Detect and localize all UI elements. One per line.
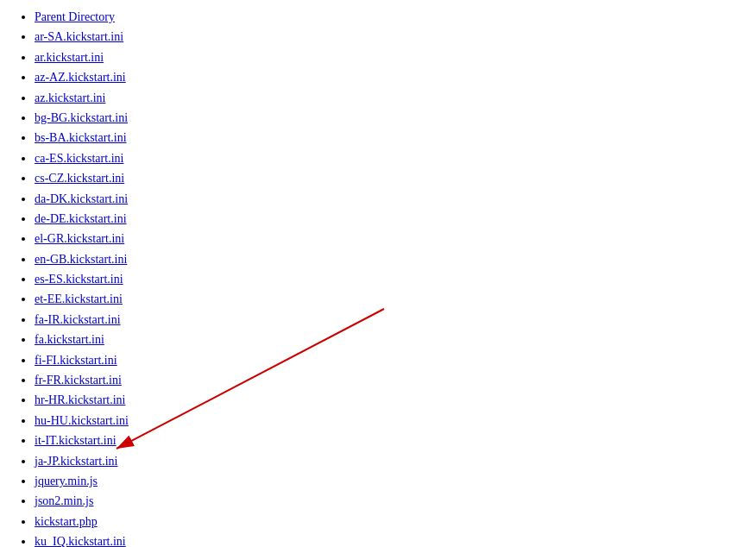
file-link[interactable]: ar-SA.kickstart.ini <box>35 30 123 43</box>
list-item: fa-IR.kickstart.ini <box>35 311 742 330</box>
file-link[interactable]: json2.min.js <box>35 494 93 507</box>
file-link[interactable]: az.kickstart.ini <box>35 91 105 104</box>
file-link[interactable]: fa.kickstart.ini <box>35 333 104 346</box>
file-link[interactable]: es-ES.kickstart.ini <box>35 273 123 286</box>
file-link[interactable]: fa-IR.kickstart.ini <box>35 313 121 326</box>
file-link[interactable]: az-AZ.kickstart.ini <box>35 71 126 84</box>
list-item: jquery.min.js <box>35 472 742 491</box>
list-item: de-DE.kickstart.ini <box>35 210 742 229</box>
file-link[interactable]: fi-FI.kickstart.ini <box>35 354 117 367</box>
parent-directory-link[interactable]: Parent Directory <box>35 10 115 23</box>
list-item: ku_IQ.kickstart.ini <box>35 532 742 547</box>
file-link[interactable]: et-EE.kickstart.ini <box>35 292 123 305</box>
file-link[interactable]: bs-BA.kickstart.ini <box>35 131 127 144</box>
list-item: hu-HU.kickstart.ini <box>35 412 742 431</box>
file-link[interactable]: hu-HU.kickstart.ini <box>35 414 129 427</box>
list-item: fr-FR.kickstart.ini <box>35 371 742 390</box>
list-item: json2.min.js <box>35 492 742 511</box>
list-item: fi-FI.kickstart.ini <box>35 351 742 370</box>
list-item: ja-JP.kickstart.ini <box>35 452 742 471</box>
list-item: kickstart.php <box>35 512 742 531</box>
list-item: ar.kickstart.ini <box>35 48 742 67</box>
list-item: et-EE.kickstart.ini <box>35 290 742 309</box>
list-item: bg-BG.kickstart.ini <box>35 109 742 128</box>
list-item: el-GR.kickstart.ini <box>35 229 742 248</box>
list-item: ca-ES.kickstart.ini <box>35 149 742 168</box>
list-item: bs-BA.kickstart.ini <box>35 129 742 148</box>
file-link[interactable]: cs-CZ.kickstart.ini <box>35 172 124 185</box>
file-link[interactable]: fr-FR.kickstart.ini <box>35 374 122 387</box>
file-link[interactable]: bg-BG.kickstart.ini <box>35 111 128 124</box>
list-item: ar-SA.kickstart.ini <box>35 28 742 47</box>
file-link[interactable]: el-GR.kickstart.ini <box>35 232 124 245</box>
list-item: da-DK.kickstart.ini <box>35 190 742 209</box>
file-link[interactable]: ku_IQ.kickstart.ini <box>35 535 126 547</box>
file-link[interactable]: jquery.min.js <box>35 475 98 487</box>
file-link[interactable]: da-DK.kickstart.ini <box>35 192 128 205</box>
file-link[interactable]: it-IT.kickstart.ini <box>35 434 117 447</box>
file-link[interactable]: kickstart.php <box>35 515 98 528</box>
file-link[interactable]: en-GB.kickstart.ini <box>35 253 127 266</box>
list-item: az-AZ.kickstart.ini <box>35 68 742 87</box>
list-item: fa.kickstart.ini <box>35 330 742 349</box>
list-item: az.kickstart.ini <box>35 89 742 108</box>
file-list: Parent Directoryar-SA.kickstart.iniar.ki… <box>14 8 742 547</box>
file-link[interactable]: de-DE.kickstart.ini <box>35 212 127 225</box>
list-item: it-IT.kickstart.ini <box>35 431 742 450</box>
list-item: en-GB.kickstart.ini <box>35 250 742 269</box>
file-link[interactable]: ar.kickstart.ini <box>35 51 104 64</box>
file-link[interactable]: ca-ES.kickstart.ini <box>35 152 123 165</box>
list-item: cs-CZ.kickstart.ini <box>35 169 742 188</box>
list-item: es-ES.kickstart.ini <box>35 270 742 289</box>
file-link[interactable]: hr-HR.kickstart.ini <box>35 393 125 406</box>
list-item: Parent Directory <box>35 8 742 27</box>
list-item: hr-HR.kickstart.ini <box>35 391 742 410</box>
file-link[interactable]: ja-JP.kickstart.ini <box>35 455 117 468</box>
